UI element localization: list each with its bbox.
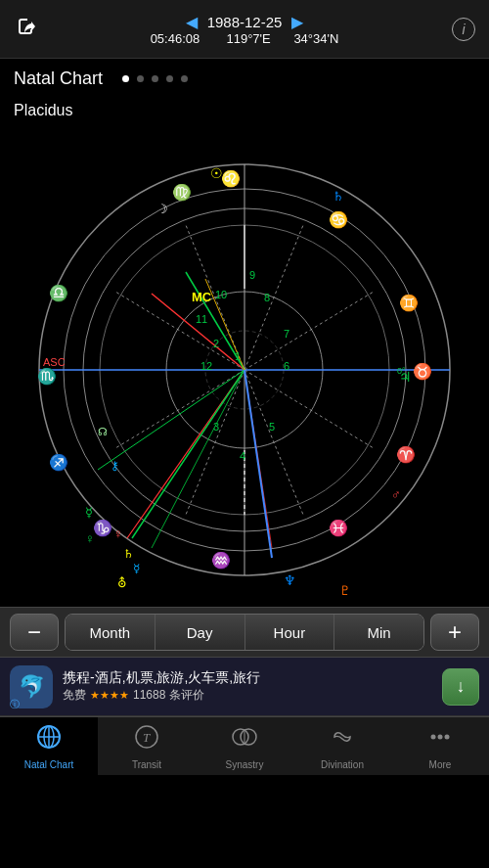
min-segment[interactable]: Min: [334, 615, 423, 650]
ad-download-button[interactable]: ↓: [442, 668, 479, 706]
svg-text:♒: ♒: [211, 551, 231, 570]
svg-text:ASC: ASC: [43, 356, 66, 368]
natal-chart-area: 1 2 3 4 5 6 7 8 9 10 11 12 MC ASC ♍ ♌ ♋ …: [0, 127, 489, 607]
nav-more[interactable]: More: [391, 717, 489, 775]
svg-text:11: 11: [196, 313, 207, 325]
svg-text:MC: MC: [192, 290, 212, 304]
svg-point-81: [445, 734, 450, 739]
svg-text:♂: ♂: [391, 487, 401, 502]
dot-2: [137, 75, 144, 82]
svg-text:♐: ♐: [49, 453, 68, 472]
svg-text:☿: ☿: [85, 505, 93, 520]
nav-divination[interactable]: Divination: [293, 717, 391, 775]
longitude-display: 119°7'E: [226, 31, 270, 46]
nav-natal-chart-label: Natal Chart: [24, 759, 74, 770]
dot-5: [181, 75, 188, 82]
nav-synastry[interactable]: Synastry: [196, 717, 293, 775]
ad-rating-count: 11688 条评价: [133, 687, 204, 704]
dot-3: [152, 75, 158, 82]
svg-text:♀: ♀: [85, 531, 95, 546]
natal-chart-svg: 1 2 3 4 5 6 7 8 9 10 11 12 MC ASC ♍ ♌ ♋ …: [0, 127, 489, 607]
next-date-button[interactable]: ▶: [291, 13, 303, 31]
svg-text:♉: ♉: [413, 362, 432, 381]
synastry-nav-icon: [231, 723, 258, 756]
svg-text:5: 5: [269, 421, 275, 433]
svg-text:2: 2: [213, 338, 219, 349]
svg-text:8: 8: [264, 292, 270, 303]
svg-text:10: 10: [215, 289, 227, 300]
page-title: Natal Chart: [14, 69, 103, 89]
svg-point-79: [431, 734, 436, 739]
minus-button[interactable]: −: [10, 614, 59, 651]
date-display: 1988-12-25: [207, 14, 283, 30]
svg-text:♀: ♀: [113, 526, 123, 541]
svg-text:3: 3: [213, 421, 219, 433]
ad-free-label: 免费: [63, 687, 86, 704]
time-segment-control: Month Day Hour Min: [65, 614, 424, 651]
svg-text:♍: ♍: [172, 183, 192, 202]
ad-banner[interactable]: 🐬 携程-酒店,机票,旅游,火车票,旅行 免费 ★★★★ 11688 条评价 ↓…: [0, 658, 489, 716]
month-segment[interactable]: Month: [66, 615, 156, 650]
plus-button[interactable]: +: [430, 614, 479, 651]
ad-text-area: 携程-酒店,机票,旅游,火车票,旅行 免费 ★★★★ 11688 条评价: [63, 669, 432, 704]
ad-info-badge: ⓘ: [10, 698, 20, 711]
svg-text:0°: 0°: [397, 366, 406, 376]
svg-point-80: [438, 734, 443, 739]
dot-4: [166, 75, 173, 82]
transit-nav-icon: T: [133, 723, 160, 756]
svg-text:♏: ♏: [37, 367, 57, 386]
svg-text:♎: ♎: [49, 284, 68, 302]
svg-text:T: T: [143, 730, 151, 745]
svg-text:♋: ♋: [329, 210, 348, 229]
header-center: ◀ 1988-12-25 ▶ 05:46:08 119°7'E 34°34'N: [151, 13, 339, 46]
header: ◀ 1988-12-25 ▶ 05:46:08 119°7'E 34°34'N …: [0, 0, 489, 59]
nav-divination-label: Divination: [321, 759, 364, 770]
time-display: 05:46:08: [151, 31, 200, 46]
svg-text:♓: ♓: [329, 519, 348, 537]
prev-date-button[interactable]: ◀: [186, 13, 198, 31]
nav-synastry-label: Synastry: [226, 759, 264, 770]
ad-stars: ★★★★: [90, 689, 129, 702]
hour-segment[interactable]: Hour: [245, 615, 335, 650]
svg-text:6: 6: [284, 360, 289, 372]
ad-title: 携程-酒店,机票,旅游,火车票,旅行: [63, 669, 432, 687]
svg-text:☽: ☽: [156, 202, 168, 216]
more-nav-icon: [426, 723, 454, 756]
info-button[interactable]: i: [452, 18, 475, 41]
svg-text:☉: ☉: [210, 165, 223, 181]
natal-chart-nav-icon: [35, 723, 63, 756]
svg-text:♆: ♆: [284, 572, 296, 588]
titlebar: Natal Chart: [0, 59, 489, 98]
svg-text:⛢: ⛢: [117, 575, 127, 590]
svg-text:♇: ♇: [339, 583, 351, 598]
svg-text:♄: ♄: [333, 189, 344, 204]
placidus-label: Placidus: [0, 98, 489, 127]
header-date-row: ◀ 1988-12-25 ▶: [186, 13, 304, 31]
day-segment[interactable]: Day: [156, 615, 245, 650]
svg-text:♄: ♄: [123, 547, 134, 561]
nav-transit-label: Transit: [132, 759, 161, 770]
svg-text:⚷: ⚷: [111, 459, 119, 473]
svg-text:12: 12: [200, 360, 212, 372]
svg-text:♌: ♌: [221, 169, 241, 188]
svg-text:♈: ♈: [396, 445, 416, 464]
bottom-navigation: Natal Chart T Transit Synastry: [0, 716, 489, 775]
svg-text:1: 1: [235, 350, 241, 362]
svg-text:☊: ☊: [98, 426, 108, 437]
nav-natal-chart[interactable]: Natal Chart: [0, 717, 98, 775]
svg-text:♑: ♑: [93, 519, 112, 537]
svg-text:7: 7: [284, 328, 289, 340]
ad-subtitle: 免费 ★★★★ 11688 条评价: [63, 687, 432, 704]
nav-transit[interactable]: T Transit: [98, 717, 196, 775]
page-dots: [122, 75, 188, 82]
divination-nav-icon: [329, 723, 356, 756]
nav-more-label: More: [429, 759, 452, 770]
svg-text:☿: ☿: [133, 562, 140, 575]
time-controls: − Month Day Hour Min +: [0, 607, 489, 658]
svg-text:4: 4: [240, 450, 245, 462]
dot-1: [122, 75, 129, 82]
latitude-display: 34°34'N: [293, 31, 338, 46]
header-coords-row: 05:46:08 119°7'E 34°34'N: [151, 31, 339, 46]
share-icon[interactable]: [14, 15, 37, 44]
svg-text:9: 9: [249, 269, 255, 281]
